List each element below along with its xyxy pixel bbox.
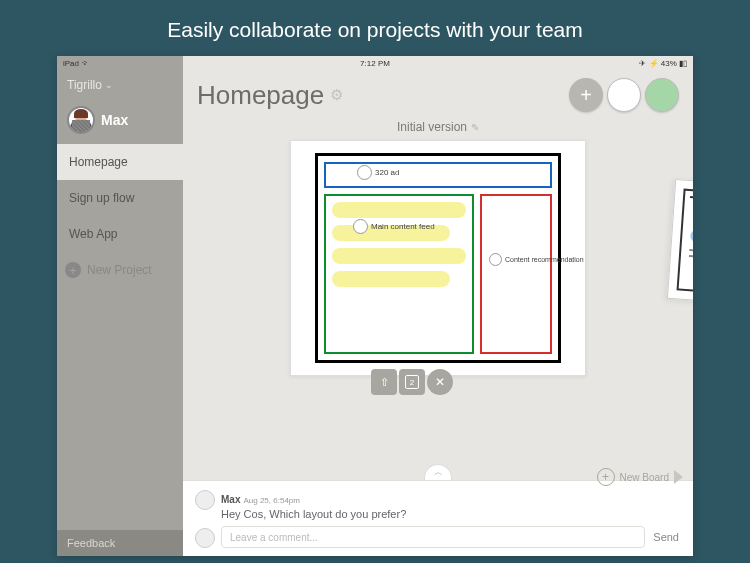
board-toolbar: ⇧ 2 ✕ [371, 369, 453, 395]
promo-headline: Easily collaborate on projects with your… [167, 0, 583, 56]
sidebar-item-homepage[interactable]: Homepage [57, 144, 183, 180]
comment-composer: Leave a comment... Send [195, 526, 681, 548]
wireframe-main [324, 194, 474, 354]
username: Max [101, 112, 128, 128]
expand-comments[interactable]: ︿ [424, 464, 452, 480]
sidebar: Tigrillo ⌄ Max Homepage Sign up flow Web… [57, 56, 183, 556]
annotation-main[interactable]: Main content feed [353, 219, 435, 234]
pencil-icon: ✎ [471, 122, 479, 133]
feedback-button[interactable]: Feedback [57, 530, 183, 556]
sidebar-item-web-app[interactable]: Web App [57, 216, 183, 252]
app-frame: iPad ᯤ 7:12 PM ✈ ⚡ 43% ▮▯ Tigrillo ⌄ Max… [57, 56, 693, 556]
next-board-preview[interactable] [667, 179, 693, 305]
version-label: Initial version [397, 120, 467, 134]
comment-input[interactable]: Leave a comment... [221, 526, 645, 548]
plus-icon: + [65, 262, 81, 278]
annotation-ad[interactable]: 320 ad [357, 165, 399, 180]
send-button[interactable]: Send [651, 531, 681, 543]
count-button[interactable]: 2 [399, 369, 425, 395]
page-header: Homepage ⚙ + [183, 70, 693, 116]
collaborator-avatar-2[interactable] [645, 78, 679, 112]
annotation-main-label: Main content feed [371, 222, 435, 231]
count-value: 2 [405, 375, 419, 389]
annotation-rec-label: Content recommendation [505, 256, 584, 263]
new-project-button[interactable]: + New Project [57, 252, 183, 288]
wireframe-side [480, 194, 552, 354]
comment-text: Hey Cos, Which layout do you prefer? [221, 508, 681, 520]
comment-row: MaxAug 25, 6:54pm Hey Cos, Which layout … [195, 489, 681, 520]
avatar [195, 490, 215, 510]
avatar [195, 528, 215, 548]
share-icon: ⇧ [380, 376, 389, 389]
arrow-right-icon [674, 470, 683, 484]
current-user[interactable]: Max [57, 100, 183, 144]
comment-author: Max [221, 494, 240, 505]
board-card[interactable]: 320 ad Main content feed Content recomme… [290, 140, 586, 376]
new-board-button[interactable]: + New Board [597, 468, 683, 486]
comment-timestamp: Aug 25, 6:54pm [243, 496, 299, 505]
add-button[interactable]: + [569, 78, 603, 112]
workspace-switcher[interactable]: Tigrillo ⌄ [57, 70, 183, 100]
workspace-name: Tigrillo [67, 78, 102, 92]
page-title: Homepage [197, 80, 324, 111]
close-icon: ✕ [435, 375, 445, 389]
chevron-down-icon: ⌄ [105, 80, 113, 90]
new-project-label: New Project [87, 263, 152, 277]
annotation-rec[interactable]: Content recommendation [489, 253, 584, 266]
share-button[interactable]: ⇧ [371, 369, 397, 395]
avatar [67, 106, 95, 134]
new-board-label: New Board [620, 472, 669, 483]
canvas-area: 320 ad Main content feed Content recomme… [183, 140, 693, 480]
gear-icon[interactable]: ⚙ [330, 86, 343, 104]
annotation-ad-label: 320 ad [375, 168, 399, 177]
version-selector[interactable]: Initial version ✎ [183, 116, 693, 140]
main-content: Homepage ⚙ + Initial version ✎ [183, 56, 693, 556]
close-button[interactable]: ✕ [427, 369, 453, 395]
comments-panel: MaxAug 25, 6:54pm Hey Cos, Which layout … [183, 480, 693, 556]
plus-icon: + [597, 468, 615, 486]
sidebar-item-signup-flow[interactable]: Sign up flow [57, 180, 183, 216]
collaborator-avatar-1[interactable] [607, 78, 641, 112]
